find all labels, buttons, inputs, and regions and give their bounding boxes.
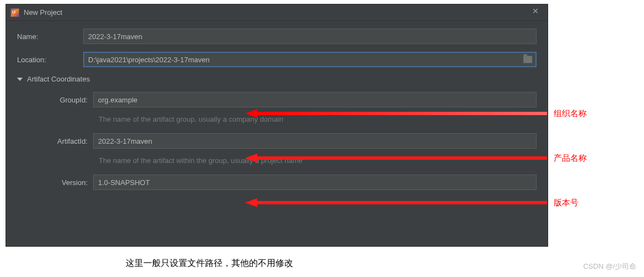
artifactid-label: ArtifactId:	[27, 137, 93, 145]
name-label: Name:	[17, 32, 83, 41]
new-project-dialog: New Project ✕ Name: Location: Artifact C…	[6, 4, 548, 247]
artifact-section: GroupId: The name of the artifact group,…	[17, 92, 537, 190]
artifactid-input[interactable]	[93, 133, 537, 149]
close-icon[interactable]: ✕	[528, 7, 543, 19]
location-input[interactable]	[83, 52, 537, 67]
watermark: CSDN @/少司命	[583, 262, 636, 271]
groupid-row: GroupId:	[27, 92, 537, 107]
artifact-coordinates-header[interactable]: Artifact Coordinates	[17, 75, 537, 83]
annotation-artifactid: 产品名称	[554, 153, 587, 164]
groupid-label: GroupId:	[27, 96, 93, 104]
location-row: Location:	[17, 52, 537, 67]
location-label: Location:	[17, 56, 83, 64]
name-input[interactable]	[83, 29, 537, 44]
window-title: New Project	[24, 8, 62, 17]
version-label: Version:	[27, 178, 93, 187]
groupid-hint: The name of the artifact group, usually …	[99, 115, 537, 123]
artifactid-row: ArtifactId:	[27, 133, 537, 149]
folder-icon[interactable]	[523, 56, 532, 63]
titlebar: New Project ✕	[6, 4, 548, 21]
version-row: Version:	[27, 175, 537, 190]
annotation-groupid: 组织名称	[554, 108, 587, 119]
annotation-version: 版本号	[554, 198, 578, 208]
artifact-coordinates-title: Artifact Coordinates	[27, 75, 90, 83]
version-input[interactable]	[93, 175, 537, 190]
dialog-body: Name: Location: Artifact Coordinates Gro…	[6, 21, 548, 203]
intellij-icon	[10, 8, 19, 17]
name-row: Name:	[17, 29, 537, 44]
groupid-input[interactable]	[93, 92, 537, 107]
artifactid-hint: The name of the artifact within the grou…	[99, 156, 537, 165]
chevron-down-icon	[17, 78, 23, 81]
caption-text: 这里一般只设置文件路径，其他的不用修改	[126, 258, 293, 269]
